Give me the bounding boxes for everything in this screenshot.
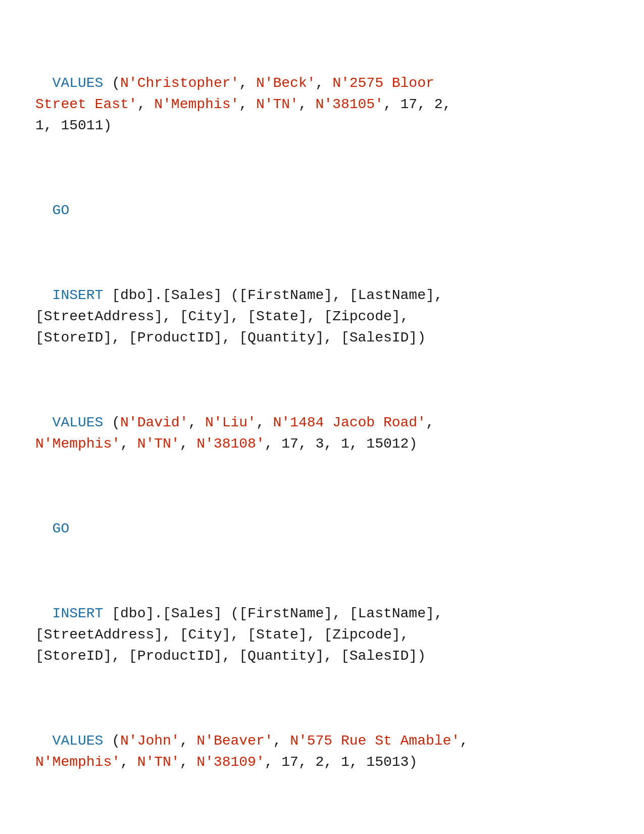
paren-close-1: ) bbox=[103, 118, 112, 133]
sep7: , bbox=[417, 96, 434, 112]
sep3: , bbox=[137, 96, 155, 112]
string-38105: N'38105' bbox=[316, 96, 383, 112]
string-1484: N'1484 Jacob Road' bbox=[273, 415, 426, 430]
string-tn1: N'TN' bbox=[256, 96, 299, 112]
string-tn3: N'TN' bbox=[137, 754, 180, 770]
string-memphis1: N'Memphis' bbox=[154, 96, 239, 112]
string-christopher: N'Christopher' bbox=[120, 75, 239, 91]
sep1: , bbox=[239, 75, 256, 91]
sep8: , bbox=[443, 96, 452, 112]
string-liu-1: N'Liu' bbox=[205, 415, 256, 430]
num-15013: 15013 bbox=[366, 754, 409, 770]
col-zipcode-2: [Zipcode] bbox=[324, 309, 400, 324]
string-david: N'David' bbox=[120, 415, 188, 430]
col-firstname-2: [FirstName] bbox=[239, 287, 332, 303]
table-ref-2: [dbo].[Sales] bbox=[112, 287, 230, 303]
string-beaver: N'Beaver' bbox=[196, 733, 273, 749]
string-memphis3: N'Memphis' bbox=[35, 754, 120, 770]
num-15011: 15011 bbox=[61, 118, 103, 133]
string-38109a: N'38109' bbox=[196, 754, 264, 770]
num-17-1: 17 bbox=[401, 96, 418, 112]
table-ref-3: [dbo].[Sales] bbox=[112, 606, 230, 621]
col-productid-2: [ProductID] bbox=[129, 330, 222, 346]
go-2: GO bbox=[53, 521, 70, 536]
col-quantity-2: [Quantity] bbox=[239, 330, 324, 346]
sep5: , bbox=[299, 96, 316, 112]
num-1-1: 1 bbox=[35, 118, 44, 133]
col-city-2: [City] bbox=[180, 309, 231, 324]
keyword-insert-2: INSERT bbox=[53, 287, 112, 303]
string-38108: N'38108' bbox=[196, 436, 264, 452]
col-streetaddr-2: [StreetAddress] bbox=[35, 309, 163, 324]
col-state-2: [State] bbox=[247, 309, 307, 324]
go-1: GO bbox=[53, 203, 70, 218]
keyword-values-1: VALUES bbox=[53, 75, 112, 91]
paren-open-2: ( bbox=[230, 287, 239, 303]
col-storeid-2: [StoreID] bbox=[35, 330, 112, 346]
sep4: , bbox=[239, 96, 256, 112]
col-lastname-2: [LastName] bbox=[350, 287, 434, 303]
sql-code-block: VALUES (N'Christopher', N'Beck', N'2575 … bbox=[35, 30, 609, 834]
col-salesid-2: [SalesID] bbox=[341, 330, 417, 346]
sep2: , bbox=[316, 75, 333, 91]
string-beck: N'Beck' bbox=[256, 75, 316, 91]
num-2-1: 2 bbox=[434, 96, 443, 112]
num-15012: 15012 bbox=[366, 436, 409, 452]
string-tn2: N'TN' bbox=[137, 436, 180, 452]
string-575: N'575 Rue St Amable' bbox=[290, 733, 460, 749]
keyword-values-3: VALUES bbox=[53, 733, 112, 749]
string-john: N'John' bbox=[120, 733, 180, 749]
keyword-insert-3: INSERT bbox=[53, 606, 112, 621]
paren-open-1: ( bbox=[112, 75, 120, 91]
keyword-values-2: VALUES bbox=[53, 415, 112, 430]
string-memphis2: N'Memphis' bbox=[35, 436, 120, 452]
sep9: , bbox=[44, 118, 61, 133]
sep6: , bbox=[383, 96, 401, 112]
